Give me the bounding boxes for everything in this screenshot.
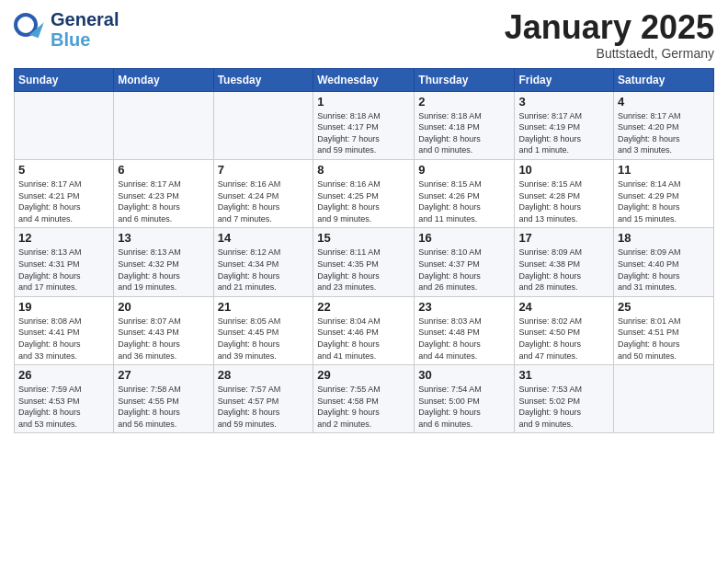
day-number: 16 (418, 231, 510, 245)
day-info: Sunrise: 8:15 AM Sunset: 4:28 PM Dayligh… (518, 178, 609, 224)
day-info: Sunrise: 8:17 AM Sunset: 4:20 PM Dayligh… (618, 110, 710, 156)
calendar-cell: 31Sunrise: 7:53 AM Sunset: 5:02 PM Dayli… (515, 365, 614, 433)
day-number: 10 (518, 163, 609, 177)
day-number: 9 (418, 163, 510, 177)
day-number: 22 (317, 300, 410, 314)
calendar-cell: 14Sunrise: 8:12 AM Sunset: 4:34 PM Dayli… (213, 228, 313, 296)
calendar-cell: 28Sunrise: 7:57 AM Sunset: 4:57 PM Dayli… (213, 365, 313, 433)
week-row-5: 26Sunrise: 7:59 AM Sunset: 4:53 PM Dayli… (15, 365, 714, 433)
calendar-cell: 20Sunrise: 8:07 AM Sunset: 4:43 PM Dayli… (114, 296, 213, 364)
day-number: 24 (518, 300, 609, 314)
weekday-header-saturday: Saturday (614, 68, 714, 91)
day-info: Sunrise: 8:04 AM Sunset: 4:46 PM Dayligh… (317, 316, 410, 362)
week-row-1: 1Sunrise: 8:18 AM Sunset: 4:17 PM Daylig… (15, 91, 714, 159)
calendar-cell: 10Sunrise: 8:15 AM Sunset: 4:28 PM Dayli… (515, 159, 614, 227)
day-info: Sunrise: 8:05 AM Sunset: 4:45 PM Dayligh… (218, 316, 310, 362)
day-number: 23 (418, 300, 510, 314)
day-number: 30 (418, 368, 510, 382)
calendar-cell: 3Sunrise: 8:17 AM Sunset: 4:19 PM Daylig… (515, 91, 614, 159)
calendar-cell: 17Sunrise: 8:09 AM Sunset: 4:38 PM Dayli… (515, 228, 614, 296)
calendar-cell: 24Sunrise: 8:02 AM Sunset: 4:50 PM Dayli… (515, 296, 614, 364)
week-row-4: 19Sunrise: 8:08 AM Sunset: 4:41 PM Dayli… (15, 296, 714, 364)
day-number: 27 (118, 368, 209, 382)
day-number: 2 (418, 95, 510, 109)
day-number: 29 (317, 368, 410, 382)
calendar-cell (15, 91, 114, 159)
calendar-cell: 25Sunrise: 8:01 AM Sunset: 4:51 PM Dayli… (614, 296, 714, 364)
day-number: 21 (218, 300, 310, 314)
day-info: Sunrise: 7:59 AM Sunset: 4:53 PM Dayligh… (18, 384, 109, 430)
day-info: Sunrise: 8:16 AM Sunset: 4:24 PM Dayligh… (218, 178, 310, 224)
day-info: Sunrise: 8:13 AM Sunset: 4:32 PM Dayligh… (118, 247, 209, 293)
calendar-cell: 15Sunrise: 8:11 AM Sunset: 4:35 PM Dayli… (313, 228, 415, 296)
calendar-cell: 16Sunrise: 8:10 AM Sunset: 4:37 PM Dayli… (415, 228, 515, 296)
header: General Blue January 2025 Buttstaedt, Ge… (14, 9, 714, 61)
day-number: 31 (518, 368, 609, 382)
calendar-cell: 23Sunrise: 8:03 AM Sunset: 4:48 PM Dayli… (415, 296, 515, 364)
day-info: Sunrise: 8:13 AM Sunset: 4:31 PM Dayligh… (18, 247, 109, 293)
weekday-header-row: SundayMondayTuesdayWednesdayThursdayFrid… (15, 68, 714, 91)
day-info: Sunrise: 8:17 AM Sunset: 4:23 PM Dayligh… (118, 178, 209, 224)
calendar-cell: 21Sunrise: 8:05 AM Sunset: 4:45 PM Dayli… (213, 296, 313, 364)
logo-line2: Blue (51, 29, 119, 50)
calendar-cell: 6Sunrise: 8:17 AM Sunset: 4:23 PM Daylig… (114, 159, 213, 227)
day-info: Sunrise: 8:14 AM Sunset: 4:29 PM Dayligh… (618, 178, 710, 224)
title-block: January 2025 Buttstaedt, Germany (505, 9, 714, 61)
day-number: 17 (518, 231, 609, 245)
calendar-cell: 19Sunrise: 8:08 AM Sunset: 4:41 PM Dayli… (15, 296, 114, 364)
day-number: 8 (317, 163, 410, 177)
day-number: 11 (618, 163, 710, 177)
calendar-cell: 9Sunrise: 8:15 AM Sunset: 4:26 PM Daylig… (415, 159, 515, 227)
calendar-cell (614, 365, 714, 433)
page: General Blue January 2025 Buttstaedt, Ge… (0, 0, 728, 563)
day-info: Sunrise: 8:01 AM Sunset: 4:51 PM Dayligh… (618, 316, 710, 362)
logo-line1: General (51, 9, 119, 29)
day-number: 4 (618, 95, 710, 109)
day-info: Sunrise: 7:53 AM Sunset: 5:02 PM Dayligh… (518, 384, 609, 430)
calendar-cell: 26Sunrise: 7:59 AM Sunset: 4:53 PM Dayli… (15, 365, 114, 433)
calendar-cell: 27Sunrise: 7:58 AM Sunset: 4:55 PM Dayli… (114, 365, 213, 433)
calendar-cell: 5Sunrise: 8:17 AM Sunset: 4:21 PM Daylig… (15, 159, 114, 227)
day-info: Sunrise: 8:16 AM Sunset: 4:25 PM Dayligh… (317, 178, 410, 224)
day-number: 25 (618, 300, 710, 314)
calendar-cell: 30Sunrise: 7:54 AM Sunset: 5:00 PM Dayli… (415, 365, 515, 433)
day-info: Sunrise: 8:03 AM Sunset: 4:48 PM Dayligh… (418, 316, 510, 362)
day-info: Sunrise: 8:18 AM Sunset: 4:18 PM Dayligh… (418, 110, 510, 156)
calendar-cell: 1Sunrise: 8:18 AM Sunset: 4:17 PM Daylig… (313, 91, 415, 159)
logo: General Blue (14, 9, 119, 50)
weekday-header-monday: Monday (114, 68, 213, 91)
day-number: 28 (218, 368, 310, 382)
day-info: Sunrise: 7:54 AM Sunset: 5:00 PM Dayligh… (418, 384, 510, 430)
day-number: 1 (317, 95, 410, 109)
day-info: Sunrise: 8:12 AM Sunset: 4:34 PM Dayligh… (218, 247, 310, 293)
calendar-cell: 12Sunrise: 8:13 AM Sunset: 4:31 PM Dayli… (15, 228, 114, 296)
day-number: 20 (118, 300, 209, 314)
day-info: Sunrise: 8:15 AM Sunset: 4:26 PM Dayligh… (418, 178, 510, 224)
day-number: 13 (118, 231, 209, 245)
day-number: 6 (118, 163, 209, 177)
calendar-cell: 2Sunrise: 8:18 AM Sunset: 4:18 PM Daylig… (415, 91, 515, 159)
sub-title: Buttstaedt, Germany (505, 46, 714, 61)
day-info: Sunrise: 8:18 AM Sunset: 4:17 PM Dayligh… (317, 110, 410, 156)
day-info: Sunrise: 8:02 AM Sunset: 4:50 PM Dayligh… (518, 316, 609, 362)
calendar-cell: 22Sunrise: 8:04 AM Sunset: 4:46 PM Dayli… (313, 296, 415, 364)
calendar: SundayMondayTuesdayWednesdayThursdayFrid… (14, 68, 714, 434)
calendar-cell: 8Sunrise: 8:16 AM Sunset: 4:25 PM Daylig… (313, 159, 415, 227)
day-info: Sunrise: 8:09 AM Sunset: 4:38 PM Dayligh… (518, 247, 609, 293)
day-info: Sunrise: 7:58 AM Sunset: 4:55 PM Dayligh… (118, 384, 209, 430)
calendar-cell: 29Sunrise: 7:55 AM Sunset: 4:58 PM Dayli… (313, 365, 415, 433)
week-row-2: 5Sunrise: 8:17 AM Sunset: 4:21 PM Daylig… (15, 159, 714, 227)
day-info: Sunrise: 8:07 AM Sunset: 4:43 PM Dayligh… (118, 316, 209, 362)
calendar-cell (114, 91, 213, 159)
day-info: Sunrise: 7:57 AM Sunset: 4:57 PM Dayligh… (218, 384, 310, 430)
weekday-header-thursday: Thursday (415, 68, 515, 91)
main-title: January 2025 (505, 9, 714, 46)
day-info: Sunrise: 8:11 AM Sunset: 4:35 PM Dayligh… (317, 247, 410, 293)
calendar-cell: 11Sunrise: 8:14 AM Sunset: 4:29 PM Dayli… (614, 159, 714, 227)
day-info: Sunrise: 8:17 AM Sunset: 4:21 PM Dayligh… (18, 178, 109, 224)
day-number: 12 (18, 231, 109, 245)
day-info: Sunrise: 8:17 AM Sunset: 4:19 PM Dayligh… (518, 110, 609, 156)
day-info: Sunrise: 8:09 AM Sunset: 4:40 PM Dayligh… (618, 247, 710, 293)
day-number: 7 (218, 163, 310, 177)
day-number: 19 (18, 300, 109, 314)
